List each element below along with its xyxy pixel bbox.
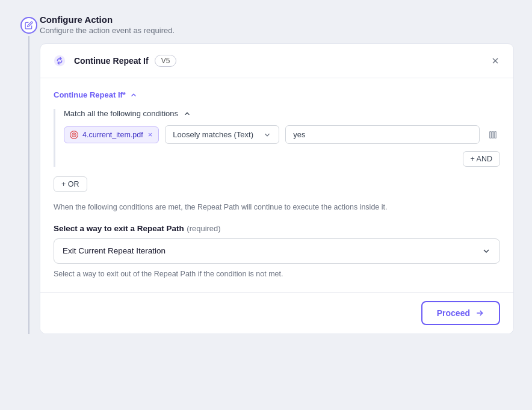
configure-card: Continue Repeat If V5 Continue Repeat If… xyxy=(40,43,514,334)
condition-tag: 4.current_item.pdf × xyxy=(64,126,159,143)
card-footer: Proceed xyxy=(40,292,513,334)
close-button[interactable] xyxy=(488,54,503,68)
main-content: Configure Action Configure the action ev… xyxy=(40,12,514,334)
card-header: Continue Repeat If V5 xyxy=(40,44,513,78)
repeat-icon xyxy=(51,52,68,69)
condition-value-input[interactable] xyxy=(285,125,480,144)
step-icon xyxy=(20,17,37,34)
or-button[interactable]: + OR xyxy=(54,176,87,192)
page-subtitle: Configure the action event as required. xyxy=(40,26,514,35)
condition-tag-text: 4.current_item.pdf xyxy=(82,131,143,139)
page-title: Configure Action xyxy=(40,14,514,25)
exit-helper-text: Select a way to exit out of the Repeat P… xyxy=(54,269,500,280)
condition-row: 4.current_item.pdf × Loosely matches (Te… xyxy=(64,125,500,144)
card-body: Continue Repeat If* Match all the follow… xyxy=(40,78,513,292)
svg-rect-8 xyxy=(495,131,496,138)
svg-point-5 xyxy=(73,134,75,135)
proceed-button[interactable]: Proceed xyxy=(421,301,500,325)
svg-point-0 xyxy=(54,55,65,66)
svg-rect-6 xyxy=(490,131,492,138)
exit-select[interactable]: Exit Current Repeat Iteration xyxy=(54,238,500,264)
rail-line xyxy=(28,36,29,334)
operator-select[interactable]: Loosely matches (Text) xyxy=(165,125,279,144)
svg-rect-7 xyxy=(492,131,494,138)
left-rail xyxy=(18,12,40,334)
conditions-header: Match all the following conditions xyxy=(64,109,500,118)
conditions-block: Match all the following conditions xyxy=(54,109,500,167)
card-header-left: Continue Repeat If V5 xyxy=(51,52,176,69)
section-label: Continue Repeat If* xyxy=(54,90,500,99)
condition-delete-button[interactable] xyxy=(486,128,500,142)
exit-label: Select a way to exit a Repeat Path (requ… xyxy=(54,223,500,234)
condition-tag-remove[interactable]: × xyxy=(147,131,154,138)
card-title: Continue Repeat If xyxy=(74,56,149,66)
page-wrapper: Configure Action Configure the action ev… xyxy=(18,12,514,334)
page-header: Configure Action Configure the action ev… xyxy=(40,12,514,40)
version-badge: V5 xyxy=(155,55,177,67)
exit-section: Select a way to exit a Repeat Path (requ… xyxy=(54,223,500,280)
and-button[interactable]: + AND xyxy=(463,151,500,167)
conditions-helper-text: When the following conditions are met, t… xyxy=(54,202,500,213)
